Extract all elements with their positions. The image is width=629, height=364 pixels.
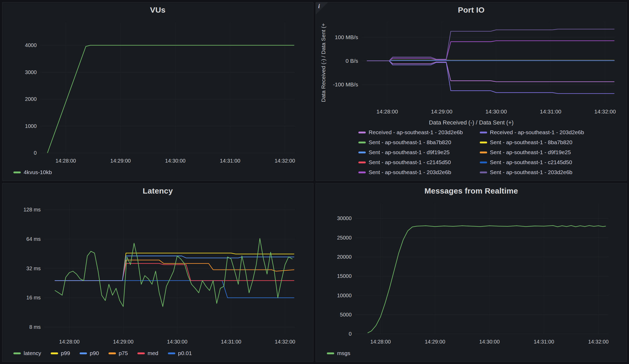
series-line [367,41,614,61]
legend-swatch [358,162,366,163]
series-line [368,226,606,333]
messages-chart-svg[interactable]: 14:28:0014:29:0014:30:0014:31:0014:32:00… [318,199,624,349]
legend-swatch [358,142,366,143]
y-tick-label: 5000 [340,312,352,318]
legend-label: 4kvus-10kb [24,169,52,176]
legend-label: med [148,350,158,357]
legend-item[interactable]: p99 [51,350,70,357]
latency-chart-svg[interactable]: 14:28:0014:29:0014:30:0014:31:0014:32:00… [5,199,311,349]
series-line [367,61,614,61]
y-tick-label: 15000 [337,273,352,279]
legend-item[interactable]: Received - ap-southeast-1 - 203d2e6b [480,129,584,136]
y-tick-label: 3000 [25,69,37,75]
x-tick-label: 14:28:00 [59,339,80,345]
legend-item[interactable]: Sent - ap-southeast-1 - 203d2e6b [358,169,463,176]
legend-label: p90 [90,350,99,357]
legend-item[interactable]: p0.01 [168,350,192,357]
y-tick-label: 64 ms [26,236,40,242]
series-line [367,61,614,93]
panel-header-messages[interactable]: Messages from Realtime [316,183,627,199]
legend-swatch [80,352,87,354]
y-tick-label: 4000 [25,42,37,48]
x-tick-label: 14:32:00 [588,339,609,345]
series-line [367,29,614,61]
panel-header-port-io[interactable]: Port IO [316,2,627,18]
legend-label: Sent - ap-southeast-1 - 8ba7b820 [490,139,573,146]
y-tick-label: 0 B/s [346,58,358,64]
legend-swatch [358,171,366,173]
legend-label: msgs [337,350,350,357]
panel-latency: Latency 14:28:0014:29:0014:30:0014:31:00… [2,183,313,362]
legend-label: p99 [61,350,70,357]
x-tick-label: 14:32:00 [594,108,616,115]
legend-item[interactable]: Sent - ap-southeast-1 - 8ba7b820 [480,139,584,146]
y-tick-label: 20000 [337,254,352,260]
panel-port-io: i Port IO 14:28:0014:29:0014:30:0014:31:… [316,2,627,181]
panel-title-vus[interactable]: VUs [150,6,166,14]
y-tick-label: -100 MB/s [333,81,358,87]
legend-swatch [13,352,21,354]
legend-swatch [137,352,145,354]
legend-item[interactable]: msgs [327,350,350,357]
legend-label: Received - ap-southeast-1 - 203d2e6b [490,129,584,136]
x-tick-label: 14:31:00 [534,339,554,345]
panel-title-port-io[interactable]: Port IO [458,6,484,14]
legend-swatch [13,171,21,173]
panel-header-latency[interactable]: Latency [2,183,313,199]
series-line [55,280,294,298]
latency-chart-area[interactable]: 14:28:0014:29:0014:30:0014:31:0014:32:00… [2,199,313,349]
legend-swatch [109,352,116,354]
x-tick-label: 14:29:00 [113,339,133,345]
legend-item[interactable]: Sent - ap-southeast-1 - d9f19e25 [358,149,463,156]
legend-label: Sent - ap-southeast-1 - c2145d50 [369,159,451,166]
legend-label: latency [24,350,41,357]
y-tick-label: 10000 [337,293,352,298]
panel-title-messages[interactable]: Messages from Realtime [424,186,518,195]
legend-item[interactable]: p90 [80,350,99,357]
legend-label: Sent - ap-southeast-1 - d9f19e25 [369,149,450,156]
series-line [55,260,294,280]
panel-title-latency[interactable]: Latency [143,186,173,195]
x-tick-label: 14:30:00 [485,108,507,115]
y-tick-label: 32 ms [26,266,40,271]
legend-item[interactable]: latency [13,350,41,357]
panel-header-vus[interactable]: VUs [2,2,313,18]
legend-item[interactable]: med [137,350,158,357]
grafana-dashboard: VUs 14:28:0014:29:0014:30:0014:31:0014:3… [0,0,629,364]
x-tick-label: 14:32:00 [275,158,295,164]
legend-item[interactable]: Sent - ap-southeast-1 - 8ba7b820 [358,139,463,146]
legend-item[interactable]: Sent - ap-southeast-1 - c2145d50 [480,159,584,166]
legend-label: Received - ap-southeast-1 - 203d2e6b [369,129,463,136]
port-io-legend-scroll[interactable]: Received - ap-southeast-1 - 203d2e6bRece… [321,128,622,178]
legend-item[interactable]: Sent - ap-southeast-1 - d9f19e25 [480,149,584,156]
series-line [367,61,614,82]
x-tick-label: 14:28:00 [377,108,398,115]
legend-item[interactable]: Sent - ap-southeast-1 - c2145d50 [358,159,463,166]
panel-vus: VUs 14:28:0014:29:0014:30:0014:31:0014:3… [2,2,313,181]
x-tick-label: 14:29:00 [110,158,131,164]
y-tick-label: 16 ms [26,295,40,300]
legend-item[interactable]: Sent - ap-southeast-1 - 203d2e6b [480,169,584,176]
legend-swatch [480,142,487,143]
vus-legend: 4kvus-10kb [2,168,313,181]
series-line [48,45,294,153]
y-tick-label: 8 ms [29,324,41,330]
series-line [55,238,292,306]
legend-label: p75 [119,350,128,357]
panel-info-icon[interactable]: i [316,2,328,14]
port-io-chart-svg[interactable]: 14:28:0014:29:0014:30:0014:31:0014:32:00… [318,18,624,119]
vus-chart-area[interactable]: 14:28:0014:29:0014:30:0014:31:0014:32:00… [2,18,313,168]
x-tick-label: 14:31:00 [540,108,561,115]
y-tick-label: 1000 [25,123,37,129]
legend-item[interactable]: 4kvus-10kb [13,169,52,176]
port-io-chart-area[interactable]: 14:28:0014:29:0014:30:0014:31:0014:32:00… [316,18,627,119]
vus-chart-svg[interactable]: 14:28:0014:29:0014:30:0014:31:0014:32:00… [5,18,311,168]
legend-label: Sent - ap-southeast-1 - d9f19e25 [490,149,571,156]
legend-item[interactable]: p75 [109,350,128,357]
y-tick-label: 128 ms [23,207,41,212]
legend-item[interactable]: Received - ap-southeast-1 - 203d2e6b [358,129,463,136]
messages-chart-area[interactable]: 14:28:0014:29:0014:30:0014:31:0014:32:00… [316,199,627,349]
y-tick-label: 2000 [25,96,37,102]
x-tick-label: 14:31:00 [221,339,241,345]
x-tick-label: 14:30:00 [165,158,185,164]
